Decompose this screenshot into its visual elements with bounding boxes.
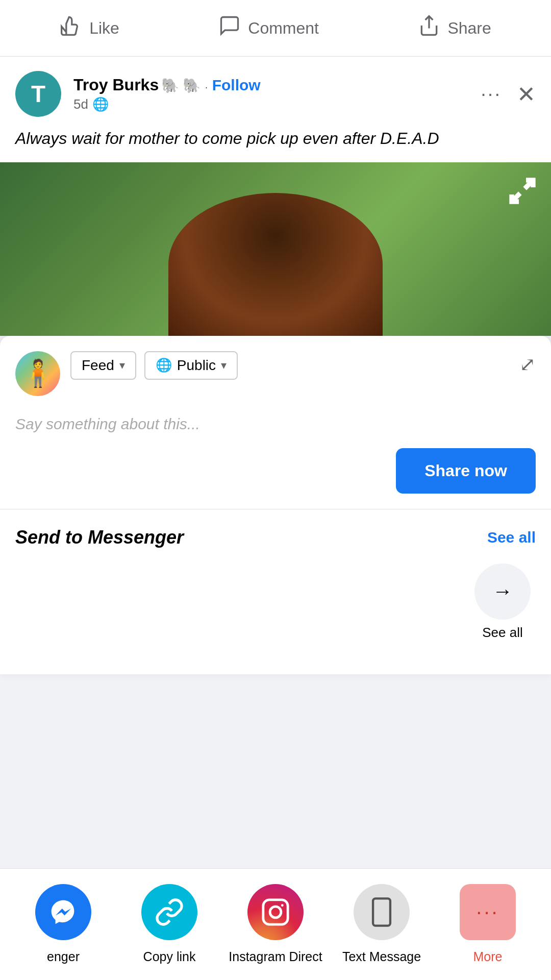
share-panel: 🧍 Feed ▾ 🌐 Public ▾ ⤢ Say something abou… — [0, 336, 551, 674]
public-dropdown-arrow: ▾ — [221, 359, 227, 372]
share-now-button[interactable]: Share now — [396, 448, 536, 494]
instagram-label: Instagram Direct — [229, 948, 322, 965]
copylink-icon — [141, 884, 197, 940]
public-dropdown[interactable]: 🌐 Public ▾ — [144, 351, 238, 380]
share-label: Share — [447, 19, 491, 38]
svg-point-4 — [281, 904, 284, 906]
like-label: Like — [89, 19, 119, 38]
like-button[interactable]: Like — [60, 14, 119, 42]
post-header: T Troy Burks 🐘 🐘 · Follow 5d 🌐 ··· ✕ — [0, 57, 551, 127]
arrow-right-icon: → — [492, 580, 513, 603]
messenger-section: Send to Messenger See all → See all — [15, 509, 536, 659]
share-row: Share now — [15, 448, 536, 509]
follow-link[interactable]: Follow — [212, 77, 261, 93]
bottom-share-bar: enger Copy link Instagram Direct — [0, 868, 551, 981]
author-avatar: T — [15, 71, 61, 117]
svg-point-3 — [270, 906, 281, 918]
action-bar: Like Comment Share — [0, 0, 551, 57]
messenger-contacts: → See all — [15, 564, 536, 641]
share-option-copylink[interactable]: Copy link — [116, 884, 222, 965]
svg-rect-5 — [373, 898, 390, 925]
copylink-label: Copy link — [143, 948, 196, 965]
expand-icon[interactable] — [504, 173, 541, 209]
share-dropdowns: Feed ▾ 🌐 Public ▾ — [70, 351, 509, 380]
share-option-more[interactable]: ··· More — [435, 884, 541, 965]
author-emoji: 🐘 🐘 — [161, 78, 201, 93]
share-option-messenger[interactable]: enger — [10, 884, 116, 965]
share-icon — [418, 14, 440, 42]
share-button[interactable]: Share — [418, 14, 491, 42]
expand-arrows[interactable]: ⤢ — [519, 351, 536, 376]
author-name: Troy Burks — [73, 76, 159, 94]
see-all-circle-label: See all — [482, 625, 523, 641]
public-globe-icon: 🌐 — [156, 357, 172, 373]
textmessage-icon — [354, 884, 410, 940]
post-meta: Troy Burks 🐘 🐘 · Follow 5d 🌐 — [73, 76, 468, 112]
feed-label: Feed — [82, 357, 114, 374]
like-icon — [60, 14, 82, 42]
messenger-icon — [35, 884, 91, 940]
share-option-instagram[interactable]: Instagram Direct — [222, 884, 329, 965]
post-header-actions: ··· ✕ — [481, 81, 536, 107]
comment-button[interactable]: Comment — [218, 14, 319, 42]
author-line: Troy Burks 🐘 🐘 · Follow — [73, 76, 468, 94]
public-label: Public — [177, 357, 216, 374]
post-time: 5d 🌐 — [73, 96, 468, 112]
feed-dropdown-arrow: ▾ — [119, 359, 125, 372]
instagram-icon — [247, 884, 304, 940]
post-text: Always wait for mother to come pick up e… — [0, 127, 551, 162]
expand-arrows-icon: ⤢ — [519, 353, 536, 376]
svg-rect-2 — [263, 899, 288, 924]
comment-label: Comment — [248, 19, 319, 38]
messenger-label: enger — [47, 948, 80, 965]
see-all-circle[interactable]: → — [474, 564, 531, 620]
close-icon[interactable]: ✕ — [517, 81, 536, 107]
say-something-placeholder[interactable]: Say something about this... — [15, 410, 536, 448]
post-image — [0, 162, 551, 336]
see-all-link[interactable]: See all — [487, 529, 536, 546]
globe-icon: 🌐 — [92, 96, 109, 112]
more-label: More — [473, 948, 503, 965]
see-all-wrapper: → See all — [474, 564, 531, 641]
messenger-header: Send to Messenger See all — [15, 527, 536, 548]
more-options-icon[interactable]: ··· — [481, 83, 502, 105]
more-icon: ··· — [460, 884, 516, 940]
share-panel-top: 🧍 Feed ▾ 🌐 Public ▾ ⤢ — [15, 351, 536, 396]
feed-dropdown[interactable]: Feed ▾ — [70, 351, 136, 380]
share-option-textmessage[interactable]: Text Message — [329, 884, 435, 965]
share-user-avatar: 🧍 — [15, 351, 60, 396]
textmessage-label: Text Message — [342, 948, 421, 965]
comment-icon — [218, 14, 241, 42]
messenger-title: Send to Messenger — [15, 527, 184, 548]
